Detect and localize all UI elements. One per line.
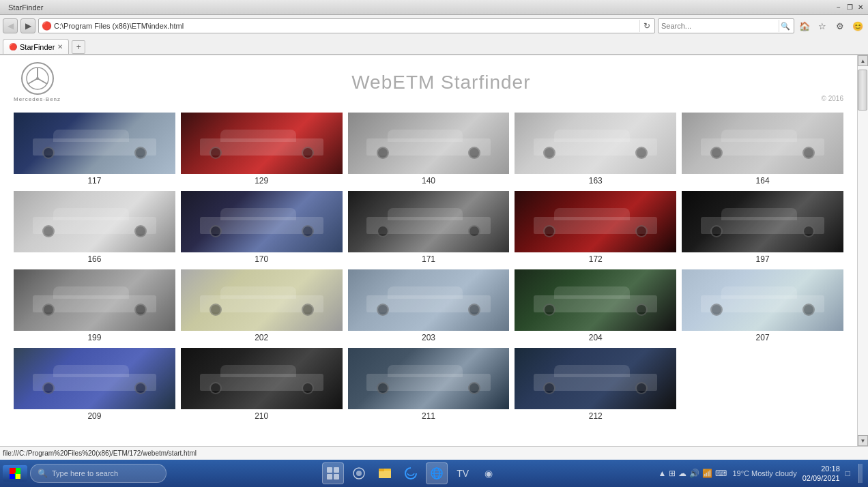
car-wheel-right — [134, 225, 147, 237]
svg-line-2 — [28, 78, 38, 84]
notification-icon[interactable]: □ — [845, 469, 850, 478]
close-button[interactable]: ✕ — [856, 3, 865, 12]
taskbar-app-misc[interactable]: ◉ — [478, 462, 500, 484]
car-wheel-left — [209, 304, 222, 316]
scrollbar-track[interactable] — [858, 66, 868, 435]
car-image-172 — [515, 191, 676, 252]
car-item-117[interactable]: 117 — [14, 113, 175, 186]
car-silhouette — [26, 128, 163, 159]
tray-keyboard-icon[interactable]: ⌨ — [715, 469, 727, 478]
ie-icon — [429, 466, 444, 481]
car-number-166: 166 — [87, 254, 101, 264]
copyright: © 2016 — [822, 95, 843, 102]
taskbar: 🔍 — [0, 460, 868, 487]
svg-rect-5 — [327, 467, 332, 473]
address-input[interactable] — [54, 22, 639, 30]
taskbar-app-explorer[interactable] — [322, 462, 344, 484]
car-item-212[interactable]: 212 — [515, 348, 676, 421]
car-wheel-left — [377, 382, 389, 394]
tray-arrow-icon[interactable]: ▲ — [659, 469, 667, 478]
start-button[interactable] — [3, 465, 27, 482]
car-item-204[interactable]: 204 — [515, 269, 676, 342]
tab-bar: 🔴 StarFinder ✕ + — [0, 37, 868, 55]
car-item-199[interactable]: 199 — [14, 269, 175, 342]
svg-point-10 — [356, 471, 362, 476]
car-silhouette — [26, 364, 163, 394]
car-item-197[interactable]: 197 — [682, 191, 843, 264]
car-item-129[interactable]: 129 — [181, 113, 343, 186]
browser-content: Mercedes-Benz WebETM Starfinder © 2016 1… — [0, 55, 868, 446]
car-wheel-right — [802, 304, 815, 316]
car-item-202[interactable]: 202 — [181, 269, 343, 342]
search-input[interactable] — [661, 22, 779, 30]
car-wheel-right — [635, 147, 648, 159]
active-tab[interactable]: 🔴 StarFinder ✕ — [3, 39, 69, 54]
car-image-212 — [515, 348, 676, 409]
car-image-211 — [348, 348, 510, 409]
car-item-171[interactable]: 171 — [348, 191, 510, 264]
tray-network-icon[interactable]: ⊞ — [669, 469, 676, 478]
minimize-button[interactable]: − — [834, 3, 843, 12]
car-silhouette — [26, 285, 163, 316]
show-desktop-button[interactable] — [858, 464, 863, 483]
tray-network2-icon[interactable]: 📶 — [702, 469, 712, 478]
car-wheel-right — [134, 382, 147, 394]
car-silhouette — [694, 285, 831, 316]
car-item-203[interactable]: 203 — [348, 269, 510, 342]
tray-speaker-icon[interactable]: 🔊 — [689, 469, 699, 478]
home-button[interactable]: 🏠 — [797, 18, 812, 33]
taskbar-search-input[interactable] — [52, 469, 159, 477]
search-icon[interactable]: 🔍 — [779, 20, 791, 32]
car-image-202 — [181, 269, 343, 331]
tray-cloud-icon[interactable]: ☁ — [678, 469, 686, 478]
cortana-icon — [352, 467, 366, 480]
taskbar-app-edge[interactable] — [400, 462, 422, 484]
car-number-212: 212 — [589, 411, 603, 421]
car-wheel-right — [468, 304, 480, 316]
car-item-211[interactable]: 211 — [348, 348, 510, 421]
mercedes-star-icon — [25, 66, 50, 91]
title-bar: StarFinder − ❐ ✕ — [0, 0, 868, 15]
car-wheel-left — [209, 382, 222, 394]
car-item-166[interactable]: 166 — [14, 191, 175, 264]
system-tray: ▲ ⊞ ☁ 🔊 📶 ⌨ — [659, 469, 727, 478]
car-silhouette — [360, 128, 497, 159]
taskbar-search-box[interactable]: 🔍 — [30, 464, 167, 483]
car-item-170[interactable]: 170 — [181, 191, 343, 264]
car-item-210[interactable]: 210 — [181, 348, 343, 421]
car-item-207[interactable]: 207 — [682, 269, 843, 342]
car-silhouette — [26, 207, 163, 237]
car-item-140[interactable]: 140 — [348, 113, 510, 186]
taskbar-app-ie[interactable] — [426, 462, 448, 484]
clock: 20:18 02/09/2021 — [802, 464, 840, 484]
car-item-163[interactable]: 163 — [515, 113, 676, 186]
car-item-164[interactable]: 164 — [682, 113, 843, 186]
car-wheel-left — [377, 147, 389, 159]
new-tab-button[interactable]: + — [72, 40, 85, 54]
taskbar-app-cortana[interactable] — [348, 462, 370, 484]
scrollbar-down-button[interactable]: ▼ — [858, 435, 868, 446]
scrollbar-up-button[interactable]: ▲ — [858, 55, 868, 66]
tab-icon: 🔴 — [9, 43, 17, 50]
forward-button[interactable]: ▶ — [20, 18, 35, 33]
taskbar-app-files[interactable] — [374, 462, 396, 484]
car-image-166 — [14, 191, 175, 252]
car-item-209[interactable]: 209 — [14, 348, 175, 421]
car-wheel-right — [468, 147, 480, 159]
star-button[interactable]: ☆ — [815, 18, 830, 33]
refresh-button[interactable]: ↻ — [639, 20, 652, 32]
car-item-172[interactable]: 172 — [515, 191, 676, 264]
search-container: 🔍 — [658, 18, 794, 33]
car-silhouette — [527, 285, 664, 316]
car-number-172: 172 — [589, 254, 603, 264]
restore-button[interactable]: ❐ — [845, 3, 854, 12]
settings-button[interactable]: ⚙ — [833, 18, 848, 33]
back-button[interactable]: ◀ — [3, 18, 18, 33]
car-wheel-left — [377, 225, 389, 237]
time-display: 20:18 — [802, 464, 840, 473]
tab-close-button[interactable]: ✕ — [57, 43, 63, 50]
taskbar-app-teamviewer[interactable]: TV — [452, 462, 474, 484]
car-image-163 — [515, 113, 676, 174]
car-wheel-left — [42, 225, 55, 237]
scrollbar-thumb[interactable] — [858, 70, 867, 110]
